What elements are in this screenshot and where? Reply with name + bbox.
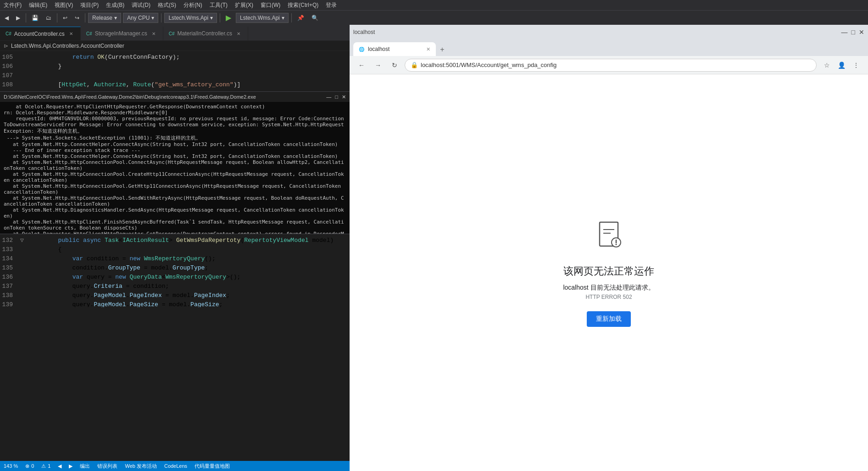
code-line-134: 134 var condition = new WmsRepertoryQuer… — [0, 254, 350, 264]
top-code-editor[interactable]: 105 return OK(CurrentConnFactory); 106 }… — [0, 51, 350, 91]
error-code: HTTP ERROR 502 — [585, 294, 632, 300]
toolbar-save-all[interactable]: 🗂 — [43, 14, 54, 22]
tab-bar: C# AccountController.cs ✕ C# StorageInMa… — [0, 25, 350, 41]
new-tab-button[interactable]: + — [436, 43, 449, 56]
lock-icon: 🔒 — [411, 62, 418, 68]
status-zoom[interactable]: 143 % — [4, 463, 18, 469]
terminal-section: D:\Git\NetCoreIOC\Freed.Wms.Api\Freed.Ga… — [0, 91, 350, 234]
browser-win-close[interactable]: ✕ — [859, 28, 864, 36]
vs-editor-pane: C# AccountController.cs ✕ C# StorageInMa… — [0, 25, 350, 471]
status-bar: 143 % ⊗ 0 ⚠ 1 ◀ ▶ 编出 错误列表 Web 发布活动 CodeL… — [0, 461, 350, 471]
code-line-105: 105 return OK(CurrentConnFactory); — [0, 53, 350, 62]
bookmark-button[interactable]: ☆ — [820, 59, 833, 72]
error-page-icon — [592, 219, 625, 252]
status-error-list[interactable]: 错误列表 — [97, 463, 117, 470]
terminal-titlebar: D:\Git\NetCoreIOC\Freed.Wms.Api\Freed.Ga… — [0, 92, 350, 102]
url-bar[interactable]: 🔒 localhost:5001/WMS/Account/get_wms_pda… — [405, 59, 817, 72]
menu-format[interactable]: 格式(S) — [158, 1, 176, 9]
nav-forward-button[interactable]: → — [372, 59, 384, 72]
code-line-135: 135 condition.GroupType = model.GroupTyp… — [0, 264, 350, 273]
tab-account-controller[interactable]: C# AccountController.cs ✕ — [0, 27, 81, 40]
error-subtitle: localhost 目前无法处理此请求。 — [563, 284, 654, 292]
tab-storage-manager[interactable]: C# StorageInManager.cs ✕ — [81, 27, 163, 40]
browser-tab-close[interactable]: ✕ — [426, 46, 430, 52]
breadcrumb: ⊳ Lstech.Wms.Api.Controllers.AccountCont… — [0, 41, 350, 51]
browser-pane: localhost — □ ✕ 🌐 localhost ✕ + ← → — [350, 25, 868, 471]
status-warnings[interactable]: ⚠ 1 — [41, 463, 50, 469]
vs-menubar: 文件(F) 编辑(E) 视图(V) 项目(P) 生成(B) 调试(D) 格式(S… — [0, 0, 868, 10]
status-nav-back[interactable]: ◀ — [58, 463, 61, 469]
menu-button[interactable]: ⋮ — [850, 59, 862, 72]
toolbar-save[interactable]: 💾 — [29, 14, 41, 22]
code-line-132: 132 ▽ public async Task<IActionResult> G… — [0, 236, 350, 245]
browser-addressbar: ← → ↻ 🔒 localhost:5001/WMS/Account/get_w… — [350, 56, 868, 74]
browser-actions: ☆ 👤 ⋮ — [820, 59, 862, 72]
error-page: 该网页无法正常运作 localhost 目前无法处理此请求。 HTTP ERRO… — [350, 74, 868, 471]
toolbar-forward[interactable]: ▶ — [13, 14, 23, 22]
menu-build[interactable]: 生成(B) — [106, 1, 124, 9]
browser-tab[interactable]: 🌐 localhost ✕ — [353, 42, 436, 56]
profile-button[interactable]: 👤 — [835, 59, 848, 72]
toolbar-search[interactable]: 🔍 — [309, 14, 321, 22]
platform-dropdown[interactable]: Any CPU ▾ — [123, 13, 158, 23]
status-codelens[interactable]: CodeLens — [164, 463, 187, 469]
browser-titlebar: localhost — □ ✕ — [350, 25, 868, 39]
status-nav-forward[interactable]: ▶ — [69, 463, 72, 469]
run-project-dropdown[interactable]: Lstech.Wms.Api ▾ — [236, 13, 289, 23]
vs-toolbar: ◀ ▶ 💾 🗂 ↩ ↪ Release ▾ Any CPU ▾ Lstech.W… — [0, 10, 868, 25]
code-line-106: 106 } — [0, 62, 350, 71]
status-code-map[interactable]: 代码量量值地图 — [195, 463, 230, 470]
code-line-138: 138 query.PageModel.PageIndex = model.Pa… — [0, 291, 350, 300]
tab-close-0[interactable]: ✕ — [67, 30, 75, 38]
menu-debug[interactable]: 调试(D) — [132, 1, 150, 9]
menu-file[interactable]: 文件(F) — [4, 1, 22, 9]
code-line-139: 139 query.PageModel.PageSize = model.Pag… — [0, 300, 350, 307]
menu-analyze[interactable]: 分析(N) — [184, 1, 202, 9]
menu-view[interactable]: 视图(V) — [55, 1, 73, 9]
menu-tools[interactable]: 工具(T) — [210, 1, 228, 9]
reload-button[interactable]: 重新加载 — [587, 311, 631, 327]
config-dropdown[interactable]: Release ▾ — [88, 13, 121, 23]
status-errors[interactable]: ⊗ 0 — [25, 463, 34, 469]
status-output[interactable]: 编出 — [80, 463, 90, 470]
toolbar-undo[interactable]: ↩ — [60, 14, 70, 22]
bottom-code-editor[interactable]: 132 ▽ public async Task<IActionResult> G… — [0, 234, 350, 307]
menu-edit[interactable]: 编辑(E) — [29, 1, 47, 9]
browser-tab-area: 🌐 localhost ✕ + — [350, 39, 868, 56]
top-code-section: C# AccountController.cs ✕ C# StorageInMa… — [0, 25, 350, 91]
terminal-pane[interactable]: D:\Git\NetCoreIOC\Freed.Wms.Api\Freed.Ga… — [0, 91, 350, 234]
code-line-108: 108 [HttpGet, Authorize, Route("get_wms_… — [0, 80, 350, 90]
menu-search[interactable]: 搜索(Ctrl+Q) — [288, 1, 318, 9]
tab-close-1[interactable]: ✕ — [150, 30, 157, 37]
menu-login[interactable]: 登录 — [326, 1, 337, 9]
nav-back-button[interactable]: ← — [355, 59, 368, 72]
error-title: 该网页无法正常运作 — [563, 264, 654, 278]
toolbar-more[interactable]: 📌 — [295, 14, 307, 22]
browser-win-maximize[interactable]: □ — [851, 28, 855, 36]
terminal-minimize[interactable]: — — [326, 94, 331, 100]
browser-title: localhost — [353, 29, 375, 35]
menu-extensions[interactable]: 扩展(X) — [235, 1, 253, 9]
tab-material-controller[interactable]: C# MaterialInController.cs ✕ — [163, 27, 248, 40]
code-line-136: 136 var query = new QueryData<WmsReperto… — [0, 273, 350, 282]
svg-point-5 — [616, 244, 617, 245]
run-button[interactable]: ▶ — [223, 12, 234, 23]
toolbar-back[interactable]: ◀ — [2, 14, 11, 22]
terminal-maximize[interactable]: □ — [335, 94, 338, 100]
code-line-137: 137 query.Criteria = condition; — [0, 282, 350, 291]
error-icon-container — [592, 219, 625, 253]
code-line-107: 107 — [0, 71, 350, 80]
code-line-133: 133 { — [0, 245, 350, 254]
nav-reload-button[interactable]: ↻ — [388, 59, 401, 72]
main-area: C# AccountController.cs ✕ C# StorageInMa… — [0, 25, 868, 471]
status-web-publish[interactable]: Web 发布活动 — [125, 463, 156, 470]
project-dropdown[interactable]: Lstech.Wms.Api ▾ — [164, 13, 217, 23]
tab-close-2[interactable]: ✕ — [235, 30, 242, 37]
menu-project[interactable]: 项目(P) — [80, 1, 99, 9]
toolbar-redo[interactable]: ↪ — [72, 14, 82, 22]
browser-win-minimize[interactable]: — — [841, 28, 848, 36]
bottom-code-section[interactable]: 132 ▽ public async Task<IActionResult> G… — [0, 234, 350, 461]
menu-window[interactable]: 窗口(W) — [261, 1, 280, 9]
terminal-output: at Ocelot.Requester.HttpClientHttpReques… — [0, 102, 350, 234]
terminal-close[interactable]: ✕ — [342, 94, 346, 100]
